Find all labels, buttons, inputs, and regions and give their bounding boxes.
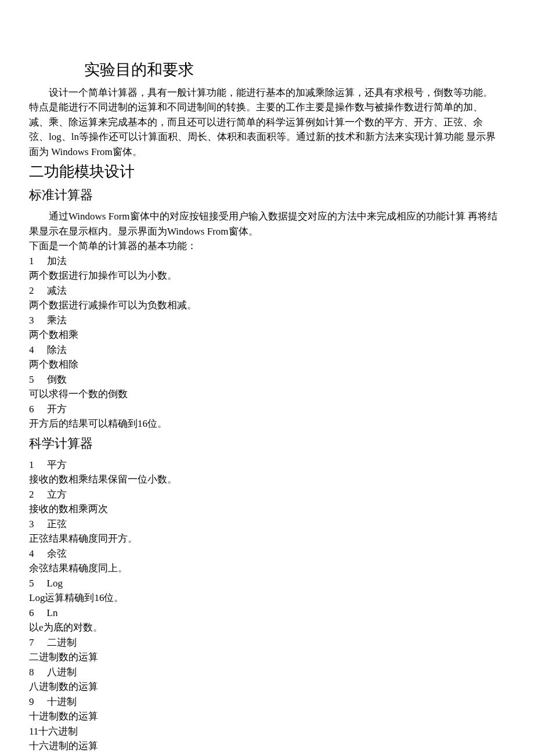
heading-standard-calculator: 标准计算器 (29, 185, 505, 204)
scientific-item-head: 8八进制 (29, 665, 505, 680)
standard-item-number: 3 (29, 313, 47, 328)
scientific-item-desc: 接收的数相乘两次 (29, 502, 505, 517)
scientific-item-desc: 十六进制的运算 (29, 739, 505, 754)
scientific-item-desc: 接收的数相乘结果保留一位小数。 (29, 472, 505, 487)
heading-purpose: 实验目的和要求 (29, 58, 505, 82)
scientific-item-label: Ln (47, 606, 58, 621)
standard-item-number: 4 (29, 343, 47, 358)
standard-item-number: 1 (29, 254, 47, 269)
standard-item-label: 开方 (47, 402, 67, 417)
scientific-item-label: 十六进制 (38, 724, 78, 739)
scientific-item-label: 二进制 (47, 635, 77, 650)
standard-item-number: 5 (29, 372, 47, 387)
standard-feature-list: 1加法两个数据进行加操作可以为小数。2减法两个数据进行减操作可以为负数相减。3乘… (29, 254, 505, 431)
scientific-item-head: 5Log (29, 576, 505, 591)
heading-scientific-calculator: 科学计算器 (29, 434, 505, 453)
standard-item-head: 5倒数 (29, 372, 505, 387)
scientific-item-label: Log (47, 576, 63, 591)
standard-item-head: 4除法 (29, 343, 505, 358)
scientific-item-number: 12 (29, 754, 39, 757)
standard-item-number: 2 (29, 283, 47, 298)
standard-item-label: 倒数 (47, 372, 67, 387)
scientific-item-head: 12倒数 (29, 754, 505, 757)
standard-item-head: 6开方 (29, 402, 505, 417)
scientific-item-head: 2立方 (29, 487, 505, 502)
standard-line-lead: 下面是一个简单的计算器的基本功能： (29, 239, 505, 254)
scientific-item-head: 9十进制 (29, 694, 505, 710)
scientific-feature-list: 1平方接收的数相乘结果保留一位小数。2立方接收的数相乘两次3正弦正弦结果精确度同… (29, 458, 505, 757)
scientific-item-desc: 八进制数的运算 (29, 679, 505, 694)
scientific-item-number: 7 (29, 635, 47, 650)
standard-intro-paragraph: 通过Windows Form窗体中的对应按钮接受用户输入数据提交对应的方法中来完… (29, 209, 505, 239)
scientific-item-number: 6 (29, 606, 47, 621)
scientific-item-number: 4 (29, 546, 47, 561)
scientific-item-number: 9 (29, 694, 47, 710)
scientific-item-desc: 正弦结果精确度同开方。 (29, 531, 505, 546)
scientific-item-number: 1 (29, 458, 47, 473)
scientific-item-number: 8 (29, 665, 47, 680)
standard-item-number: 6 (29, 402, 47, 417)
standard-item-desc: 两个数相除 (29, 357, 505, 372)
scientific-item-number: 5 (29, 576, 47, 591)
scientific-item-label: 倒数 (39, 754, 59, 757)
scientific-item-head: 1平方 (29, 458, 505, 473)
standard-item-label: 加法 (47, 254, 67, 269)
scientific-item-label: 平方 (47, 458, 67, 473)
scientific-item-desc: 十进制数的运算 (29, 709, 505, 724)
scientific-item-number: 3 (29, 517, 47, 532)
heading-section-2: 二功能模块设计 (29, 160, 505, 183)
scientific-item-desc: 余弦结果精确度同上。 (29, 561, 505, 576)
scientific-item-label: 正弦 (47, 517, 67, 532)
standard-item-desc: 两个数据进行加操作可以为小数。 (29, 268, 505, 283)
scientific-item-desc: 二进制数的运算 (29, 650, 505, 665)
intro-paragraph: 设计一个简单计算器，具有一般计算功能，能进行基本的加减乘除运算，还具有求根号，倒… (29, 85, 505, 160)
standard-item-head: 3乘法 (29, 313, 505, 328)
scientific-item-head: 11十六进制 (29, 724, 505, 739)
scientific-item-desc: 以e为底的对数。 (29, 620, 505, 635)
document-page: 实验目的和要求 设计一个简单计算器，具有一般计算功能，能进行基本的加减乘除运算，… (0, 0, 534, 756)
standard-item-desc: 两个数相乘 (29, 327, 505, 343)
scientific-item-head: 7二进制 (29, 635, 505, 650)
scientific-item-label: 余弦 (47, 546, 67, 561)
scientific-item-number: 11 (29, 724, 38, 739)
standard-item-label: 减法 (47, 283, 67, 298)
standard-item-label: 除法 (47, 343, 67, 358)
scientific-item-head: 6Ln (29, 606, 505, 621)
scientific-item-desc: Log运算精确到16位。 (29, 591, 505, 606)
scientific-item-label: 立方 (47, 487, 67, 502)
standard-item-desc: 两个数据进行减操作可以为负数相减。 (29, 298, 505, 313)
standard-item-desc: 可以求得一个数的倒数 (29, 387, 505, 402)
standard-item-head: 1加法 (29, 254, 505, 269)
scientific-item-number: 2 (29, 487, 47, 502)
scientific-item-label: 十进制 (47, 694, 77, 710)
scientific-item-head: 3正弦 (29, 517, 505, 532)
scientific-item-label: 八进制 (47, 665, 77, 680)
scientific-item-head: 4余弦 (29, 546, 505, 561)
standard-item-desc: 开方后的结果可以精确到16位。 (29, 416, 505, 431)
standard-item-label: 乘法 (47, 313, 67, 328)
standard-item-head: 2减法 (29, 283, 505, 298)
